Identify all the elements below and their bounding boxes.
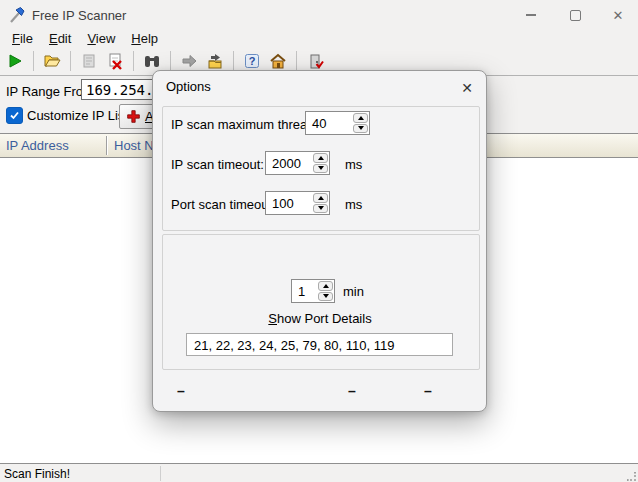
customize-ip-list-label: Customize IP List xyxy=(27,108,128,123)
ip-timeout-label: IP scan timeout: xyxy=(171,157,264,172)
export-icon xyxy=(80,52,98,70)
arrow-up-icon xyxy=(323,284,329,288)
exit-icon xyxy=(306,52,324,70)
toolbar-separator xyxy=(133,51,134,71)
port-timeout-spinner[interactable]: 100 xyxy=(265,191,330,215)
rescan-interval-spinner[interactable]: 1 xyxy=(291,279,335,303)
max-threads-spinner[interactable]: 40 xyxy=(305,111,370,135)
toolbar-separator xyxy=(70,51,71,71)
status-pane-separator xyxy=(160,466,161,481)
spin-up-button[interactable] xyxy=(313,193,328,203)
check-icon xyxy=(9,110,20,121)
window-title: Free IP Scanner xyxy=(32,8,126,23)
dialog-close-icon: ✕ xyxy=(461,80,473,96)
arrow-up-icon xyxy=(358,116,364,120)
spin-down-button[interactable] xyxy=(313,164,328,174)
toolbar-separator xyxy=(296,51,297,71)
rescan-interval-unit: min xyxy=(343,284,364,299)
spin-down-button[interactable] xyxy=(318,292,333,302)
dialog-title: Options xyxy=(166,79,211,94)
exit-button[interactable] xyxy=(304,50,326,72)
toolbar-separator xyxy=(233,51,234,71)
start-scan-icon xyxy=(6,52,24,70)
open-file-button[interactable] xyxy=(41,50,63,72)
menu-edit[interactable]: Edit xyxy=(41,31,79,46)
save-results-icon xyxy=(206,52,224,70)
home-button[interactable] xyxy=(267,50,289,72)
home-icon xyxy=(269,52,287,70)
footer-dash-mark[interactable]: – xyxy=(177,383,185,399)
footer-dash-mark[interactable]: – xyxy=(348,383,356,399)
spin-buttons xyxy=(312,152,329,174)
spin-up-button[interactable] xyxy=(313,153,328,163)
ip-timeout-unit: ms xyxy=(345,157,362,172)
minimize-icon xyxy=(526,14,536,16)
delete-button[interactable] xyxy=(104,50,126,72)
menu-help[interactable]: Help xyxy=(123,31,166,46)
status-bar: Scan Finish! xyxy=(0,463,638,482)
port-timeout-unit: ms xyxy=(345,197,362,212)
arrow-down-icon xyxy=(318,166,324,170)
arrow-up-icon xyxy=(318,156,324,160)
maximize-icon xyxy=(570,10,581,21)
save-results-button[interactable] xyxy=(204,50,226,72)
footer-dash-mark[interactable]: – xyxy=(424,383,432,399)
max-threads-label: IP scan maximum threads: xyxy=(171,117,325,132)
app-window: Free IP Scanner ✕ File Edit View Help xyxy=(0,0,638,482)
options-dialog: Options ✕ IP scan maximum threads: 40 IP… xyxy=(152,70,487,412)
ip-timeout-value[interactable]: 2000 xyxy=(266,152,312,174)
open-file-icon xyxy=(43,52,61,70)
column-ip-address[interactable]: IP Address xyxy=(0,134,106,157)
close-icon: ✕ xyxy=(613,9,624,22)
app-icon xyxy=(8,6,26,24)
show-port-details-label: Show Port Details xyxy=(162,311,478,326)
spin-buttons xyxy=(352,112,369,134)
rescan-interval-value[interactable]: 1 xyxy=(292,280,317,302)
ip-timeout-spinner[interactable]: 2000 xyxy=(265,151,330,175)
arrow-up-icon xyxy=(318,196,324,200)
max-threads-value[interactable]: 40 xyxy=(306,112,352,134)
arrow-down-icon xyxy=(358,126,364,130)
find-icon xyxy=(143,52,161,70)
minimize-button[interactable] xyxy=(508,0,553,30)
menu-view[interactable]: View xyxy=(79,31,123,46)
toolbar-separator xyxy=(170,51,171,71)
arrow-down-icon xyxy=(323,294,329,298)
status-message: Scan Finish! xyxy=(4,467,70,481)
port-timeout-label: Port scan timeout: xyxy=(171,197,276,212)
title-bar: Free IP Scanner ✕ xyxy=(0,0,638,30)
resize-grip[interactable] xyxy=(627,472,637,482)
close-button[interactable]: ✕ xyxy=(598,0,638,30)
spin-up-button[interactable] xyxy=(353,113,368,123)
spin-up-button[interactable] xyxy=(318,281,333,291)
start-scan-button[interactable] xyxy=(4,50,26,72)
port-timeout-value[interactable]: 100 xyxy=(266,192,312,214)
export-button-disabled xyxy=(78,50,100,72)
find-button[interactable] xyxy=(141,50,163,72)
help-icon: ? xyxy=(243,52,261,70)
spin-buttons xyxy=(312,192,329,214)
dialog-close-button[interactable]: ✕ xyxy=(455,77,479,99)
column-separator[interactable] xyxy=(106,136,107,155)
arrow-down-icon xyxy=(318,206,324,210)
delete-icon xyxy=(106,52,124,70)
forward-icon xyxy=(180,52,198,70)
spin-buttons xyxy=(317,280,334,302)
maximize-button[interactable] xyxy=(553,0,598,30)
menu-bar: File Edit View Help xyxy=(0,30,638,47)
spin-down-button[interactable] xyxy=(313,204,328,214)
forward-button-disabled xyxy=(178,50,200,72)
customize-ip-list-checkbox[interactable] xyxy=(6,107,23,124)
menu-file[interactable]: File xyxy=(4,31,41,46)
spin-down-button[interactable] xyxy=(353,124,368,134)
help-button[interactable]: ? xyxy=(241,50,263,72)
plus-icon xyxy=(126,109,141,124)
ports-list-input[interactable]: 21, 22, 23, 24, 25, 79, 80, 110, 119 xyxy=(186,333,453,356)
toolbar-separator xyxy=(33,51,34,71)
svg-text:?: ? xyxy=(249,55,256,67)
